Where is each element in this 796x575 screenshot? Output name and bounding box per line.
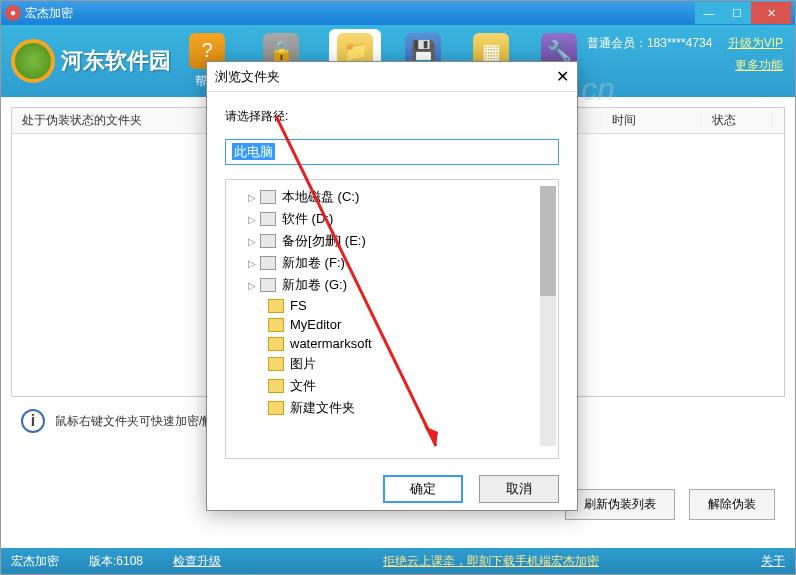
logo-text: 河东软件园 [61,46,171,76]
disk-icon [260,190,276,204]
release-button[interactable]: 解除伪装 [689,489,775,520]
tree-item-label: MyEditor [290,317,341,332]
folder-icon [268,337,284,351]
tree-item-label: 文件 [290,377,316,395]
dialog-close-button[interactable]: ✕ [556,67,569,86]
folder-icon [268,357,284,371]
tree-item-label: 备份[勿删] (E:) [282,232,366,250]
folder-tree[interactable]: ▷本地磁盘 (C:)▷软件 (D:)▷备份[勿删] (E:)▷新加卷 (F:)▷… [225,179,559,459]
tree-item[interactable]: ▷新加卷 (G:) [230,274,554,296]
tree-item-label: 新建文件夹 [290,399,355,417]
scrollbar[interactable] [540,186,556,446]
ok-button[interactable]: 确定 [383,475,463,503]
browse-folder-dialog: 浏览文件夹 ✕ 请选择路径: 此电脑 ▷本地磁盘 (C:)▷软件 (D:)▷备份… [206,61,578,511]
folder-icon [268,299,284,313]
bottom-buttons: 刷新伪装列表 解除伪装 [565,489,775,520]
folder-icon [268,379,284,393]
refresh-button[interactable]: 刷新伪装列表 [565,489,675,520]
titlebar: ● 宏杰加密 — ☐ ✕ [1,1,795,25]
disk-icon [260,234,276,248]
tree-item[interactable]: 新建文件夹 [230,397,554,419]
maximize-button[interactable]: ☐ [723,2,751,24]
close-button[interactable]: ✕ [751,2,791,24]
status-version: 版本:6108 [89,553,143,570]
status-check-link[interactable]: 检查升级 [173,553,221,570]
tree-item-label: 新加卷 (G:) [282,276,347,294]
tree-item[interactable]: ▷备份[勿删] (E:) [230,230,554,252]
statusbar: 宏杰加密 版本:6108 检查升级 拒绝云上课牵，即刻下载手机端宏杰加密 关于 [1,548,795,574]
logo-icon [11,39,55,83]
tree-item[interactable]: 图片 [230,353,554,375]
tree-item-label: 新加卷 (F:) [282,254,345,272]
tree-item-label: 图片 [290,355,316,373]
scrollbar-thumb[interactable] [540,186,556,296]
status-left: 宏杰加密 版本:6108 检查升级 [11,553,221,570]
disk-icon [260,212,276,226]
expand-arrow-icon[interactable]: ▷ [248,258,260,269]
dialog-titlebar: 浏览文件夹 ✕ [207,62,577,92]
tree-item[interactable]: FS [230,296,554,315]
path-value: 此电脑 [232,143,275,160]
app-icon: ● [5,5,21,21]
folder-icon [268,401,284,415]
expand-arrow-icon[interactable]: ▷ [248,214,260,225]
disk-icon [260,278,276,292]
cancel-button[interactable]: 取消 [479,475,559,503]
window-title: 宏杰加密 [25,5,695,22]
dialog-body: 请选择路径: 此电脑 ▷本地磁盘 (C:)▷软件 (D:)▷备份[勿删] (E:… [207,92,577,519]
expand-arrow-icon[interactable]: ▷ [248,192,260,203]
logo: 河东软件园 [11,39,181,83]
tree-item-label: watermarksoft [290,336,372,351]
disk-icon [260,256,276,270]
dialog-title: 浏览文件夹 [215,68,280,86]
dialog-label: 请选择路径: [225,108,559,125]
tree-item-label: FS [290,298,307,313]
tree-item[interactable]: MyEditor [230,315,554,334]
minimize-button[interactable]: — [695,2,723,24]
window-controls: — ☐ ✕ [695,2,791,24]
tree-item-label: 本地磁盘 (C:) [282,188,359,206]
tree-item[interactable]: watermarksoft [230,334,554,353]
tree-item-label: 软件 (D:) [282,210,333,228]
status-about-link[interactable]: 关于 [761,553,785,570]
member-info: 普通会员：183****4734 [587,36,712,50]
status-app: 宏杰加密 [11,553,59,570]
expand-arrow-icon[interactable]: ▷ [248,236,260,247]
tree-item[interactable]: ▷新加卷 (F:) [230,252,554,274]
expand-arrow-icon[interactable]: ▷ [248,280,260,291]
upgrade-vip-link[interactable]: 升级为VIP [728,36,783,50]
col-status[interactable]: 状态 [702,112,772,129]
info-icon: i [21,409,45,433]
header-right: 普通会员：183****4734 升级为VIP 更多功能 [587,33,783,76]
tree-item[interactable]: 文件 [230,375,554,397]
tree-item[interactable]: ▷软件 (D:) [230,208,554,230]
tree-item[interactable]: ▷本地磁盘 (C:) [230,186,554,208]
path-input[interactable]: 此电脑 [225,139,559,165]
folder-icon [268,318,284,332]
status-promo-link[interactable]: 拒绝云上课牵，即刻下载手机端宏杰加密 [221,553,761,570]
dialog-buttons: 确定 取消 [225,475,559,503]
more-features-link[interactable]: 更多功能 [587,55,783,77]
main-window: ● 宏杰加密 — ☐ ✕ 河东软件园 ? 帮助 🔒 加密保护 📁 伪装 [0,0,796,575]
col-time[interactable]: 时间 [602,112,702,129]
